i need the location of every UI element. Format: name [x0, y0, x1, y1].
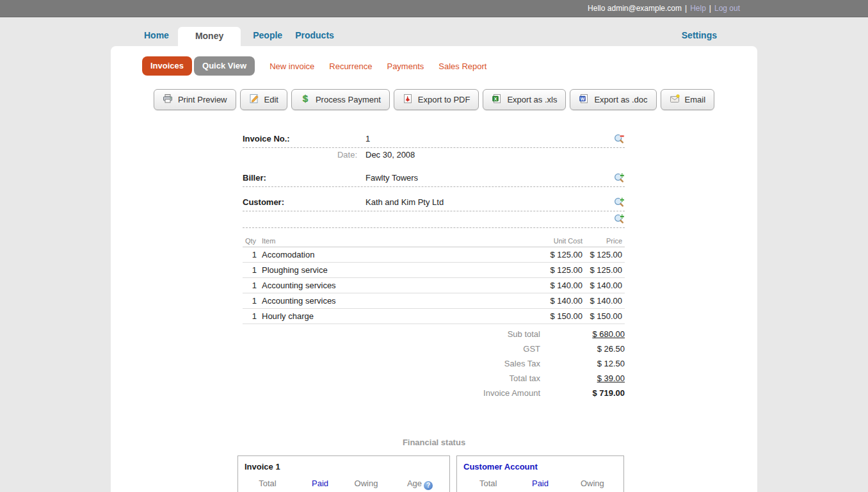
paid-link[interactable]: Paid: [514, 479, 566, 488]
item-price: $ 150.00: [585, 309, 625, 324]
magnifier-plus-icon[interactable]: [614, 213, 625, 224]
export-pdf-button[interactable]: Export to PDF: [394, 89, 479, 110]
nav-tab-people[interactable]: People: [253, 30, 282, 46]
content-panel: Invoices Quick View New invoice Recurren…: [111, 46, 757, 492]
sales-tax-value: $ 12.50: [540, 359, 625, 368]
subnav-recurrence-link[interactable]: Recurrence: [329, 62, 372, 71]
item-unit-cost: $ 140.00: [534, 293, 585, 309]
invoice-box-title: Invoice 1: [245, 462, 449, 472]
item-unit-cost: $ 125.00: [534, 263, 585, 278]
printer-icon: [163, 94, 173, 106]
invoice-date-row: Date: Dec 30, 2008: [243, 148, 625, 163]
item-qty: 1: [243, 278, 259, 293]
export-doc-button[interactable]: W Export as .doc: [570, 89, 656, 110]
invoice-number-value: 1: [366, 134, 614, 144]
help-icon[interactable]: ?: [424, 481, 433, 490]
button-label: Email: [685, 95, 706, 104]
svg-text:$: $: [303, 94, 309, 104]
greeting-text: Hello admin@example.com: [588, 4, 682, 13]
email-icon: [670, 94, 680, 106]
customer-account-link[interactable]: Customer Account: [463, 462, 538, 472]
gst-row: GST $ 26.50: [243, 341, 625, 356]
svg-text:W: W: [581, 97, 585, 101]
invoice-amount-label: Invoice Amount: [243, 388, 540, 398]
financial-status-title: Financial status: [111, 438, 757, 447]
invoice-status-box: Invoice 1 Total Paid Owing Age? $ 719.00…: [237, 455, 450, 492]
customer-row: Customer: Kath and Kim Pty Ltd: [243, 195, 625, 211]
email-button[interactable]: Email: [661, 89, 715, 110]
subnav-quick-view-button[interactable]: Quick View: [194, 56, 255, 76]
svg-text:X: X: [494, 97, 497, 101]
col-header-price: Price: [585, 236, 625, 247]
subtotal-label: Sub total: [243, 329, 540, 339]
item-unit-cost: $ 125.00: [534, 247, 585, 263]
item-qty: 1: [243, 293, 259, 309]
subnav-payments-link[interactable]: Payments: [387, 62, 424, 71]
money-subnav: Invoices Quick View New invoice Recurren…: [111, 46, 757, 76]
nav-tab-home[interactable]: Home: [144, 30, 169, 46]
nav-tab-settings[interactable]: Settings: [682, 30, 717, 46]
item-price: $ 140.00: [585, 278, 625, 293]
topbar-separator: |: [709, 4, 711, 13]
nav-tab-products[interactable]: Products: [295, 30, 334, 46]
financial-status-boxes: Invoice 1 Total Paid Owing Age? $ 719.00…: [237, 455, 757, 492]
invoice-date-label: Date:: [243, 150, 366, 160]
customer-label: Customer:: [243, 197, 366, 207]
topbar: Hello admin@example.com | Help | Log out: [0, 0, 868, 17]
item-name: Accomodation: [259, 247, 534, 263]
button-label: Print Preview: [178, 95, 227, 104]
invoice-toolbar: Print Preview Edit $ Process Payment Exp…: [111, 89, 757, 110]
items-header-row: Qty Item Unit Cost Price: [243, 236, 625, 247]
subnav-new-invoice-link[interactable]: New invoice: [269, 62, 314, 71]
biller-label: Biller:: [243, 173, 366, 183]
notes-row: [243, 211, 625, 228]
col-age-label: Age?: [389, 479, 451, 490]
process-payment-button[interactable]: $ Process Payment: [291, 89, 390, 110]
gst-label: GST: [243, 344, 540, 354]
print-preview-button[interactable]: Print Preview: [154, 89, 236, 110]
logout-link[interactable]: Log out: [714, 4, 740, 13]
item-price: $ 125.00: [585, 247, 625, 263]
total-tax-row: Total tax $ 39.00: [243, 371, 625, 386]
invoice-detail-section: Invoice No.: 1 Date: Dec 30, 2008 Biller…: [243, 131, 625, 400]
edit-button[interactable]: Edit: [240, 89, 287, 110]
invoice-totals: Sub total $ 680.00 GST $ 26.50 Sales Tax…: [243, 327, 625, 400]
item-unit-cost: $ 140.00: [534, 278, 585, 293]
item-name: Accounting services: [259, 293, 534, 309]
table-row: 1 Accounting services $ 140.00 $ 140.00: [243, 278, 625, 293]
biller-row: Biller: Fawlty Towers: [243, 170, 625, 187]
item-price: $ 140.00: [585, 293, 625, 309]
subnav-invoices-button[interactable]: Invoices: [142, 56, 192, 76]
button-label: Export as .xls: [507, 95, 557, 104]
nav-tab-money-active[interactable]: Money: [178, 27, 241, 46]
subtotal-row: Sub total $ 680.00: [243, 327, 625, 341]
invoice-number-label: Invoice No.:: [243, 134, 366, 144]
customer-value: Kath and Kim Pty Ltd: [366, 197, 614, 207]
pdf-icon: [403, 94, 413, 106]
main-nav: Home Money People Products Settings: [111, 17, 757, 46]
col-total-label: Total: [462, 479, 514, 488]
magnifier-plus-icon[interactable]: [614, 197, 625, 208]
table-row: 1 Accomodation $ 125.00 $ 125.00: [243, 247, 625, 263]
xls-icon: X: [492, 94, 502, 106]
age-text: Age: [407, 479, 422, 488]
col-owing-label: Owing: [343, 479, 389, 490]
col-header-item: Item: [259, 236, 534, 247]
item-name: Ploughing service: [259, 263, 534, 278]
total-tax-label: Total tax: [243, 373, 540, 383]
help-link[interactable]: Help: [690, 4, 706, 13]
invoice-amount-row: Invoice Amount $ 719.00: [243, 386, 625, 400]
total-tax-value: $ 39.00: [540, 373, 625, 383]
magnifier-minus-icon[interactable]: [614, 133, 625, 144]
button-label: Export as .doc: [594, 95, 647, 104]
paid-link[interactable]: Paid: [297, 479, 343, 490]
sales-tax-row: Sales Tax $ 12.50: [243, 356, 625, 371]
doc-icon: W: [579, 94, 589, 106]
topbar-separator: |: [685, 4, 687, 13]
button-label: Export to PDF: [418, 95, 470, 104]
sales-tax-label: Sales Tax: [243, 359, 540, 368]
magnifier-plus-icon[interactable]: [614, 172, 625, 183]
subnav-sales-report-link[interactable]: Sales Report: [438, 62, 486, 71]
subtotal-value: $ 680.00: [540, 329, 625, 339]
export-xls-button[interactable]: X Export as .xls: [483, 89, 566, 110]
